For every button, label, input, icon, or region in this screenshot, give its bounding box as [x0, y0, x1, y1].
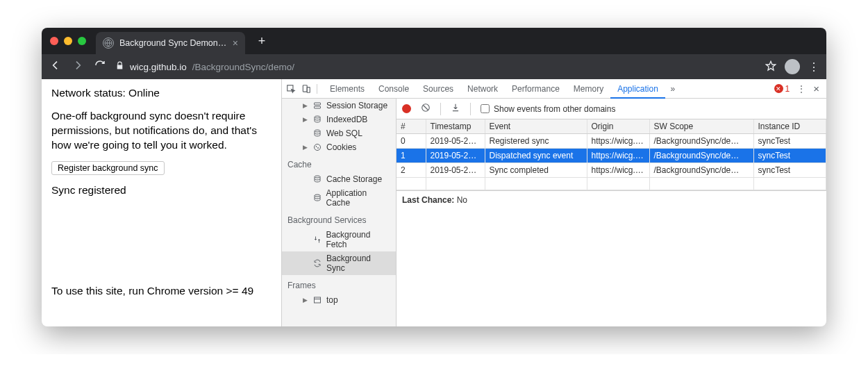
inspect-element-icon[interactable]	[286, 84, 296, 94]
col-sw-scope[interactable]: SW Scope	[649, 119, 753, 134]
cell: syncTest	[753, 149, 826, 163]
svg-rect-4	[315, 103, 321, 105]
detail-value: No	[457, 195, 467, 205]
clear-icon[interactable]	[421, 103, 431, 115]
more-tabs-icon[interactable]: »	[668, 84, 678, 94]
tab-network[interactable]: Network	[460, 79, 505, 99]
sidebar-group-cache: Cache	[282, 154, 396, 172]
tab-elements[interactable]: Elements	[323, 79, 372, 99]
devtools: Elements Console Sources Network Perform…	[281, 79, 826, 326]
col-index[interactable]: #	[397, 119, 426, 134]
record-button-icon[interactable]	[402, 104, 411, 113]
fullscreen-window-icon[interactable]	[78, 37, 86, 45]
tab-console[interactable]: Console	[372, 79, 416, 99]
sidebar-item-frame-top[interactable]: ▶ top	[282, 293, 396, 307]
sidebar-item-cookies[interactable]: ▶ Cookies	[282, 140, 396, 154]
svg-point-8	[315, 144, 321, 151]
checkbox-input[interactable]	[481, 104, 490, 113]
tab-memory[interactable]: Memory	[567, 79, 610, 99]
download-icon[interactable]	[451, 103, 460, 115]
titlebar: Background Sync Demonstration × +	[42, 28, 826, 54]
register-sync-button[interactable]: Register background sync	[51, 161, 165, 175]
browser-menu-icon[interactable]: ⋮	[808, 60, 819, 74]
svg-rect-5	[315, 106, 321, 108]
cell: /BackgroundSync/de…	[649, 149, 753, 163]
col-instance-id[interactable]: Instance ID	[753, 119, 826, 134]
reload-button[interactable]	[93, 60, 107, 74]
events-table: # Timestamp Event Origin SW Scope Instan…	[397, 119, 826, 190]
page-blurb: One-off background sync doesn't require …	[51, 109, 272, 153]
svg-point-6	[315, 116, 320, 118]
table-header-row: # Timestamp Event Origin SW Scope Instan…	[397, 119, 826, 134]
close-devtools-icon[interactable]: ×	[813, 83, 819, 94]
sidebar-item-background-fetch[interactable]: ▶ Background Fetch	[282, 228, 396, 251]
error-icon: ✕	[774, 84, 783, 93]
globe-icon	[103, 38, 114, 49]
sidebar-item-session-storage[interactable]: ▶ Session Storage	[282, 99, 396, 113]
cell: /BackgroundSync/de…	[649, 134, 753, 149]
sidebar-item-label: Cookies	[326, 142, 356, 152]
svg-point-12	[315, 194, 320, 197]
application-sidebar: ▶ Session Storage ▶ IndexedDB	[282, 99, 397, 326]
table-row[interactable]: 1 2019-05-2… Dispatched sync event https…	[397, 149, 826, 163]
sidebar-item-label: Background Sync	[326, 254, 392, 273]
tab-title: Background Sync Demonstration	[119, 38, 227, 48]
back-button[interactable]	[49, 60, 62, 74]
show-other-domains-checkbox[interactable]: Show events from other domains	[481, 104, 615, 114]
chevron-right-icon: ▶	[303, 297, 308, 304]
error-count: 1	[785, 84, 790, 94]
col-timestamp[interactable]: Timestamp	[426, 119, 485, 134]
sidebar-item-websql[interactable]: ▶ Web SQL	[282, 126, 396, 140]
cell: https://wicg.…	[587, 149, 649, 163]
table-row[interactable]: 2 2019-05-2… Sync completed https://wicg…	[397, 163, 826, 178]
sidebar-item-indexeddb[interactable]: ▶ IndexedDB	[282, 113, 396, 126]
sidebar-item-application-cache[interactable]: ▶ Application Cache	[282, 186, 396, 210]
minimize-window-icon[interactable]	[64, 37, 72, 45]
cell: /BackgroundSync/de…	[649, 163, 753, 178]
close-window-icon[interactable]	[50, 37, 58, 45]
sidebar-item-cache-storage[interactable]: ▶ Cache Storage	[282, 172, 396, 186]
address-bar[interactable]: wicg.github.io/BackgroundSync/demo/	[115, 60, 776, 74]
tab-sources[interactable]: Sources	[416, 79, 460, 99]
forward-button[interactable]	[71, 60, 85, 74]
sidebar-group-frames: Frames	[282, 275, 396, 293]
frame-icon	[312, 296, 322, 304]
profile-avatar-icon[interactable]	[785, 59, 800, 74]
sidebar-item-label: Cache Storage	[326, 174, 382, 184]
table-row	[397, 178, 826, 190]
page-footer: To use this site, run Chrome version >= …	[51, 284, 272, 299]
database-icon	[312, 129, 322, 138]
sidebar-item-background-sync[interactable]: ▶ Background Sync	[282, 251, 396, 275]
col-event[interactable]: Event	[485, 119, 587, 134]
database-icon	[312, 175, 322, 183]
tab-performance[interactable]: Performance	[505, 79, 567, 99]
window-controls	[50, 37, 86, 45]
error-badge[interactable]: ✕ 1	[774, 84, 790, 94]
lock-icon	[115, 61, 124, 72]
close-tab-icon[interactable]: ×	[233, 38, 238, 49]
col-origin[interactable]: Origin	[587, 119, 649, 134]
sidebar-item-label: Background Fetch	[326, 230, 392, 249]
svg-point-7	[315, 130, 320, 132]
devtools-menu-icon[interactable]: ⋮	[796, 84, 806, 94]
device-toggle-icon[interactable]	[301, 84, 311, 94]
detail-label: Last Chance:	[402, 195, 454, 205]
sidebar-item-label: top	[326, 295, 338, 305]
bookmark-icon[interactable]	[765, 60, 776, 74]
sync-registered-text: Sync registered	[51, 183, 272, 198]
browser-tab[interactable]: Background Sync Demonstration ×	[96, 32, 245, 54]
new-tab-button[interactable]: +	[252, 31, 272, 51]
chevron-right-icon: ▶	[303, 144, 308, 151]
svg-rect-2	[303, 85, 307, 91]
cell: Sync completed	[485, 163, 587, 178]
tab-application[interactable]: Application	[610, 79, 665, 99]
cell: 1	[397, 149, 426, 163]
table-row[interactable]: 0 2019-05-2… Registered sync https://wic…	[397, 134, 826, 149]
checkbox-label: Show events from other domains	[494, 104, 615, 114]
url-host: wicg.github.io	[130, 62, 187, 72]
cell: Dispatched sync event	[485, 149, 587, 163]
sidebar-item-label: Session Storage	[326, 101, 387, 110]
svg-point-10	[318, 148, 319, 149]
divider	[470, 103, 471, 115]
url-path: /BackgroundSync/demo/	[192, 62, 294, 72]
